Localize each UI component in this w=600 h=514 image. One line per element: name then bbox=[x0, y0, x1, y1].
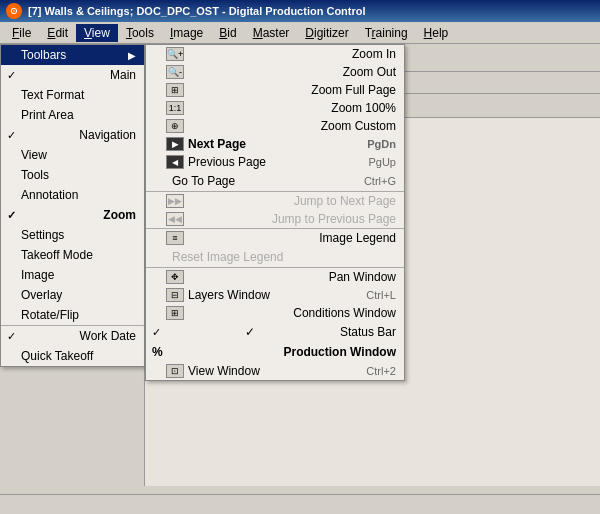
conditions-window-icon: ⊞ bbox=[166, 306, 184, 320]
quick-takeoff-label: Quick Takeoff bbox=[21, 349, 93, 363]
view-window-shortcut: Ctrl+2 bbox=[366, 365, 396, 377]
toolbars-label: Toolbars bbox=[21, 48, 66, 62]
jump-next-label: Jump to Next Page bbox=[294, 194, 396, 208]
submenu-arrow: ▶ bbox=[128, 50, 136, 61]
submenu-jump-prev[interactable]: ◀◀ Jump to Previous Page bbox=[146, 210, 404, 228]
menu-annotation[interactable]: Annotation bbox=[1, 185, 144, 205]
next-page-icon: ▶ bbox=[166, 137, 184, 151]
menu-help[interactable]: Help bbox=[416, 24, 457, 42]
pan-window-icon: ✥ bbox=[166, 270, 184, 284]
status-bar-label: Status Bar bbox=[340, 325, 396, 339]
zoom-custom-icon: ⊕ bbox=[166, 119, 184, 133]
view-item-label: View bbox=[21, 148, 47, 162]
menu-settings[interactable]: Settings bbox=[1, 225, 144, 245]
zoom-full-page-icon: ⊞ bbox=[166, 83, 184, 97]
menu-overlay[interactable]: Overlay bbox=[1, 285, 144, 305]
layers-window-icon: ⊟ bbox=[166, 288, 184, 302]
menu-navigation[interactable]: Navigation bbox=[1, 125, 144, 145]
menu-toolbars[interactable]: Toolbars ▶ bbox=[1, 45, 144, 65]
menu-tools-item[interactable]: Tools bbox=[1, 165, 144, 185]
settings-label: Settings bbox=[21, 228, 64, 242]
work-date-label: Work Date bbox=[80, 329, 136, 343]
menu-digitizer[interactable]: Digitizer bbox=[297, 24, 356, 42]
previous-page-label: Previous Page bbox=[188, 155, 368, 169]
submenu-zoom-out[interactable]: 🔍- Zoom Out bbox=[146, 63, 404, 81]
submenu-status-bar[interactable]: ✓ Status Bar bbox=[146, 322, 404, 342]
submenu-go-to-page[interactable]: Go To Page Ctrl+G bbox=[146, 171, 404, 191]
menu-master[interactable]: Master bbox=[245, 24, 298, 42]
menu-training[interactable]: Training bbox=[357, 24, 416, 42]
main-area: Toolbars ▶ Main Text Format Print Area N… bbox=[0, 44, 600, 486]
pan-window-label: Pan Window bbox=[329, 270, 396, 284]
submenu-production-window[interactable]: % Production Window bbox=[146, 342, 404, 362]
go-to-page-label: Go To Page bbox=[172, 174, 364, 188]
menu-tools[interactable]: Tools bbox=[118, 24, 162, 42]
menu-image-item[interactable]: Image bbox=[1, 265, 144, 285]
view-menu-panel: Toolbars ▶ Main Text Format Print Area N… bbox=[0, 44, 145, 486]
submenu-previous-page[interactable]: ◀ Previous Page PgUp bbox=[146, 153, 404, 171]
jump-prev-label: Jump to Previous Page bbox=[272, 212, 396, 226]
annotation-label: Annotation bbox=[21, 188, 78, 202]
submenu-reset-image-legend[interactable]: Reset Image Legend bbox=[146, 247, 404, 267]
menu-rotate-flip[interactable]: Rotate/Flip bbox=[1, 305, 144, 325]
overlay-label: Overlay bbox=[21, 288, 62, 302]
window-title: [7] Walls & Ceilings; DOC_DPC_OST - Digi… bbox=[28, 5, 366, 17]
menu-view[interactable]: View bbox=[76, 24, 118, 42]
submenu-image-legend[interactable]: ≡ Image Legend bbox=[146, 228, 404, 247]
zoom-in-icon: 🔍+ bbox=[166, 47, 184, 61]
menu-text-format[interactable]: Text Format bbox=[1, 85, 144, 105]
menu-bid[interactable]: Bid bbox=[211, 24, 244, 42]
menu-edit[interactable]: Edit bbox=[39, 24, 76, 42]
rotate-flip-label: Rotate/Flip bbox=[21, 308, 79, 322]
production-window-label: Production Window bbox=[283, 345, 396, 359]
submenu-next-page[interactable]: ▶ Next Page PgDn bbox=[146, 135, 404, 153]
submenu-zoom-full-page[interactable]: ⊞ Zoom Full Page bbox=[146, 81, 404, 99]
menu-work-date[interactable]: Work Date bbox=[1, 325, 144, 346]
status-bar bbox=[0, 494, 600, 514]
menu-zoom[interactable]: Zoom bbox=[1, 205, 144, 225]
submenu-conditions-window[interactable]: ⊞ Conditions Window bbox=[146, 304, 404, 322]
image-legend-label: Image Legend bbox=[319, 231, 396, 245]
text-format-label: Text Format bbox=[21, 88, 84, 102]
jump-prev-icon: ◀◀ bbox=[166, 212, 184, 226]
menu-print-area[interactable]: Print Area bbox=[1, 105, 144, 125]
view-window-icon: ⊡ bbox=[166, 364, 184, 378]
submenu-zoom-100[interactable]: 1:1 Zoom 100% bbox=[146, 99, 404, 117]
menu-takeoff-mode[interactable]: Takeoff Mode bbox=[1, 245, 144, 265]
submenu-zoom-custom[interactable]: ⊕ Zoom Custom bbox=[146, 117, 404, 135]
zoom-in-label: Zoom In bbox=[352, 47, 396, 61]
zoom-out-icon: 🔍- bbox=[166, 65, 184, 79]
submenu-layers-window[interactable]: ⊟ Layers Window Ctrl+L bbox=[146, 286, 404, 304]
menu-view-item[interactable]: View bbox=[1, 145, 144, 165]
submenu-pan-window[interactable]: ✥ Pan Window bbox=[146, 267, 404, 286]
zoom-out-label: Zoom Out bbox=[343, 65, 396, 79]
menu-file[interactable]: File bbox=[4, 24, 39, 42]
title-bar: ⊙ [7] Walls & Ceilings; DOC_DPC_OST - Di… bbox=[0, 0, 600, 22]
submenu-view-window[interactable]: ⊡ View Window Ctrl+2 bbox=[146, 362, 404, 380]
navigation-label: Navigation bbox=[79, 128, 136, 142]
next-page-label: Next Page bbox=[188, 137, 367, 151]
toolbars-submenu: 🔍+ Zoom In 🔍- Zoom Out ⊞ Zoom Full Page … bbox=[145, 44, 405, 381]
zoom-100-icon: 1:1 bbox=[166, 101, 184, 115]
zoom-custom-label: Zoom Custom bbox=[321, 119, 396, 133]
image-item-label: Image bbox=[21, 268, 54, 282]
menu-quick-takeoff[interactable]: Quick Takeoff bbox=[1, 346, 144, 366]
menu-image[interactable]: Image bbox=[162, 24, 211, 42]
zoom-label: Zoom bbox=[103, 208, 136, 222]
prev-page-icon: ◀ bbox=[166, 155, 184, 169]
print-area-label: Print Area bbox=[21, 108, 74, 122]
image-legend-icon: ≡ bbox=[166, 231, 184, 245]
takeoff-mode-label: Takeoff Mode bbox=[21, 248, 93, 262]
submenu-zoom-in[interactable]: 🔍+ Zoom In bbox=[146, 45, 404, 63]
menu-main[interactable]: Main bbox=[1, 65, 144, 85]
menu-bar: File Edit View Tools Image Bid Master Di… bbox=[0, 22, 600, 44]
go-to-page-shortcut: Ctrl+G bbox=[364, 175, 396, 187]
view-window-label: View Window bbox=[188, 364, 366, 378]
view-dropdown: Toolbars ▶ Main Text Format Print Area N… bbox=[0, 44, 145, 367]
next-page-shortcut: PgDn bbox=[367, 138, 396, 150]
previous-page-shortcut: PgUp bbox=[368, 156, 396, 168]
layers-window-label: Layers Window bbox=[188, 288, 366, 302]
jump-next-icon: ▶▶ bbox=[166, 194, 184, 208]
submenu-jump-next[interactable]: ▶▶ Jump to Next Page bbox=[146, 191, 404, 210]
tools-item-label: Tools bbox=[21, 168, 49, 182]
